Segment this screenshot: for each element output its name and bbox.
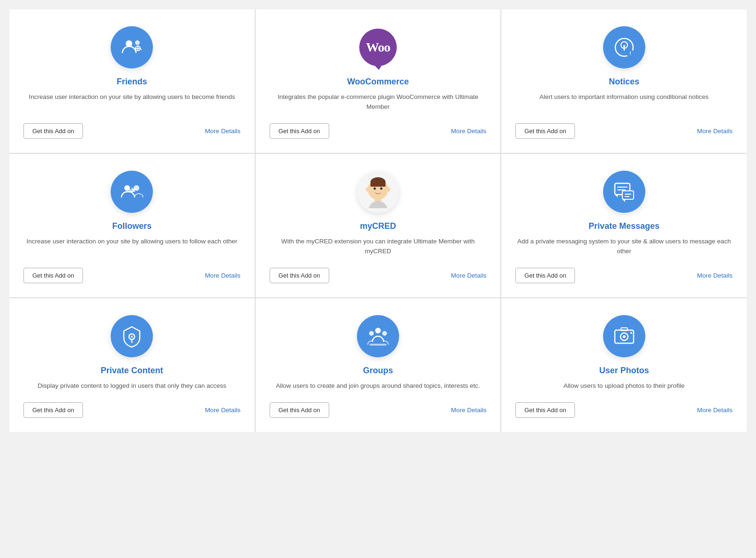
followers-actions: Get this Add on More Details <box>23 268 241 283</box>
private-messages-details-link[interactable]: More Details <box>697 272 733 279</box>
mycred-icon <box>357 171 399 213</box>
private-messages-desc: Add a private messaging system to your s… <box>515 237 733 256</box>
addons-grid: Friends Increase user interaction on you… <box>9 9 747 432</box>
card-notices: ! Notices Alert users to important infor… <box>501 9 747 153</box>
notices-icon: ! <box>603 26 645 68</box>
private-messages-actions: Get this Add on More Details <box>515 268 733 283</box>
user-photos-details-link[interactable]: More Details <box>697 407 733 414</box>
private-messages-get-button[interactable]: Get this Add on <box>515 268 575 283</box>
followers-desc: Increase user interaction on your site b… <box>27 237 238 256</box>
private-content-title: Private Content <box>101 366 163 376</box>
woocommerce-title: WooCommerce <box>347 77 409 87</box>
card-user-photos: User Photos Allow users to upload photos… <box>501 298 747 432</box>
friends-title: Friends <box>117 77 147 87</box>
groups-desc: Allow users to create and join groups ar… <box>276 381 480 391</box>
svg-point-33 <box>131 336 133 338</box>
groups-title: Groups <box>363 366 393 376</box>
woocommerce-actions: Get this Add on More Details <box>270 123 487 139</box>
private-content-actions: Get this Add on More Details <box>23 402 241 418</box>
svg-rect-37 <box>370 344 386 346</box>
private-content-get-button[interactable]: Get this Add on <box>23 402 83 418</box>
followers-icon <box>111 171 153 213</box>
card-private-content: Private Content Display private content … <box>9 298 255 432</box>
card-mycred: myCRED With the myCRED extension you can… <box>256 154 501 297</box>
svg-point-19 <box>380 187 382 189</box>
woocommerce-details-link[interactable]: More Details <box>451 128 487 135</box>
woocommerce-get-button[interactable]: Get this Add on <box>270 123 329 139</box>
user-photos-desc: Allow users to upload photos to their pr… <box>564 381 685 391</box>
svg-point-21 <box>386 187 390 192</box>
followers-title: Followers <box>112 221 151 231</box>
private-messages-title: Private Messages <box>589 221 659 231</box>
groups-details-link[interactable]: More Details <box>451 407 487 414</box>
private-content-icon <box>111 315 153 357</box>
svg-point-1 <box>135 40 140 45</box>
mycred-desc: With the myCRED extension you can integr… <box>270 237 487 256</box>
card-private-messages: Private Messages Add a private messaging… <box>501 154 747 297</box>
user-photos-icon <box>603 315 645 357</box>
followers-get-button[interactable]: Get this Add on <box>23 268 83 283</box>
user-photos-actions: Get this Add on More Details <box>515 402 733 418</box>
svg-marker-26 <box>615 195 618 197</box>
friends-icon <box>111 26 153 68</box>
svg-point-20 <box>366 187 370 192</box>
card-groups: Groups Allow users to create and join gr… <box>256 298 501 432</box>
private-messages-icon <box>603 171 645 213</box>
friends-actions: Get this Add on More Details <box>23 123 241 139</box>
notices-details-link[interactable]: More Details <box>697 128 733 135</box>
svg-point-18 <box>373 187 376 189</box>
groups-actions: Get this Add on More Details <box>270 402 487 418</box>
svg-point-35 <box>369 331 374 336</box>
notices-title: Notices <box>609 77 639 87</box>
svg-point-36 <box>382 331 387 336</box>
mycred-get-button[interactable]: Get this Add on <box>270 268 329 283</box>
notices-desc: Alert users to important information usi… <box>539 92 709 112</box>
private-content-details-link[interactable]: More Details <box>205 407 241 414</box>
woocommerce-desc: Integrates the popular e-commerce plugin… <box>270 92 487 112</box>
card-friends: Friends Increase user interaction on you… <box>9 9 255 153</box>
mycred-actions: Get this Add on More Details <box>270 268 487 283</box>
user-photos-title: User Photos <box>599 366 649 376</box>
mycred-title: myCRED <box>360 221 396 231</box>
svg-rect-27 <box>622 191 634 199</box>
svg-point-34 <box>375 328 381 333</box>
followers-details-link[interactable]: More Details <box>205 272 241 279</box>
mycred-details-link[interactable]: More Details <box>451 272 487 279</box>
svg-rect-41 <box>621 328 627 331</box>
svg-marker-30 <box>622 199 625 202</box>
friends-desc: Increase user interaction on your site b… <box>29 92 235 112</box>
card-followers: Followers Increase user interaction on y… <box>9 154 255 297</box>
woocommerce-icon: Woo <box>359 29 397 66</box>
svg-rect-17 <box>370 182 386 187</box>
svg-point-42 <box>630 332 632 334</box>
notices-get-button[interactable]: Get this Add on <box>515 123 575 139</box>
groups-icon <box>357 315 399 357</box>
svg-point-40 <box>623 335 626 338</box>
user-photos-get-button[interactable]: Get this Add on <box>515 402 575 418</box>
woocommerce-icon-wrap: Woo <box>357 26 399 68</box>
private-content-desc: Display private content to logged in use… <box>38 381 226 391</box>
friends-get-button[interactable]: Get this Add on <box>23 123 83 139</box>
friends-details-link[interactable]: More Details <box>205 128 241 135</box>
svg-text:!: ! <box>629 51 631 56</box>
card-woocommerce: Woo WooCommerce Integrates the popular e… <box>256 9 501 153</box>
notices-actions: Get this Add on More Details <box>515 123 733 139</box>
groups-get-button[interactable]: Get this Add on <box>270 402 329 418</box>
